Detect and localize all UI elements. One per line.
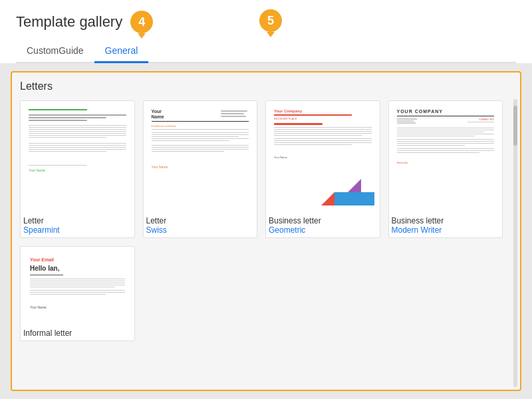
doc-preview: Your Company RECEIVER PLACE bbox=[271, 106, 374, 205]
doc-preview: YourName FirstName LastName bbox=[149, 106, 252, 205]
page-title: Template gallery bbox=[16, 13, 122, 31]
template-card-swiss[interactable]: YourName FirstName LastName bbox=[143, 100, 258, 238]
gallery-container: Letters bbox=[11, 71, 521, 391]
template-subtitle: Swiss bbox=[146, 225, 255, 235]
main-content: Letters bbox=[0, 63, 532, 399]
template-preview-modern: YOUR COMPANY COMPANY INFO bbox=[389, 101, 503, 211]
template-info-geometric: Business letter Geometric bbox=[266, 211, 380, 237]
tab-general[interactable]: General bbox=[94, 40, 149, 63]
template-name: Letter bbox=[23, 216, 132, 225]
template-info-spearmint: Letter Spearmint bbox=[21, 211, 134, 237]
template-preview-informal: Your Email Hello Ian, Your Name bbox=[21, 247, 134, 323]
badge-5: 5 bbox=[259, 9, 282, 32]
template-preview-swiss: YourName FirstName LastName bbox=[144, 101, 257, 211]
template-name: Business letter bbox=[269, 216, 377, 225]
template-info-informal: Informal letter bbox=[21, 323, 134, 340]
badge-4: 4 bbox=[130, 11, 153, 33]
template-info-swiss: Letter Swiss bbox=[144, 211, 257, 237]
template-name: Informal letter bbox=[23, 329, 132, 338]
tab-bar: CustomGuide General bbox=[16, 40, 516, 63]
scrollbar-thumb bbox=[513, 106, 517, 146]
template-card-spearmint[interactable]: Your Name Letter Spearmint bbox=[20, 100, 135, 238]
template-subtitle: Geometric bbox=[269, 225, 377, 235]
template-name: Letter bbox=[146, 216, 255, 225]
tab-customguide[interactable]: CustomGuide bbox=[16, 40, 94, 63]
section-letters-title: Letters bbox=[20, 80, 512, 92]
template-info-modern: Business letter Modern Writer bbox=[389, 211, 503, 237]
doc-preview: YOUR COMPANY COMPANY INFO bbox=[394, 106, 497, 205]
template-subtitle: Spearmint bbox=[23, 225, 132, 235]
template-grid-row1: Your Name Letter Spearmint YourName bbox=[20, 100, 512, 238]
doc-preview: Your Email Hello Ian, Your Name bbox=[26, 252, 129, 318]
template-grid-row2: Your Email Hello Ian, Your Name bbox=[20, 246, 512, 341]
doc-preview: Your Name bbox=[26, 106, 129, 205]
template-name: Business letter bbox=[392, 216, 500, 225]
template-preview-spearmint: Your Name bbox=[21, 101, 134, 211]
template-card-informal[interactable]: Your Email Hello Ian, Your Name bbox=[20, 246, 135, 341]
template-preview-geometric: Your Company RECEIVER PLACE bbox=[266, 101, 380, 211]
header: Template gallery 4 5 CustomGuide General bbox=[0, 0, 532, 63]
template-card-modern[interactable]: YOUR COMPANY COMPANY INFO bbox=[388, 100, 503, 238]
scrollbar[interactable] bbox=[513, 99, 517, 387]
template-card-geometric[interactable]: Your Company RECEIVER PLACE bbox=[265, 100, 380, 238]
template-subtitle: Modern Writer bbox=[392, 225, 500, 235]
